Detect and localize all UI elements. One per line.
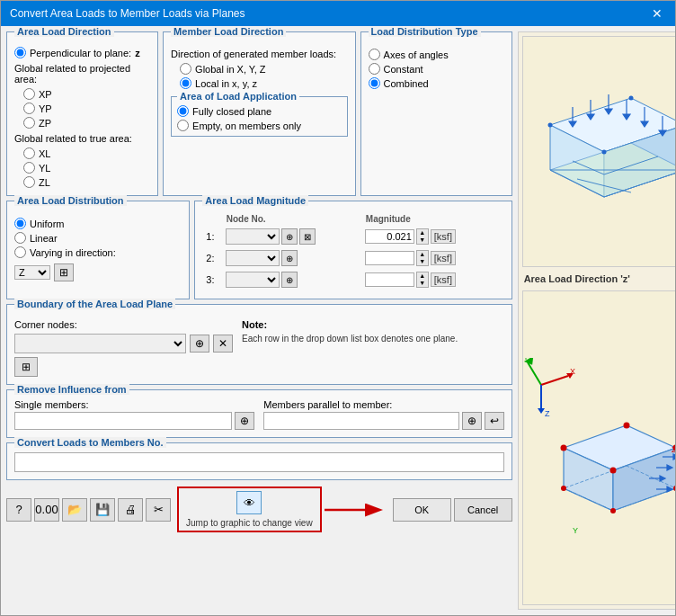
help-btn[interactable]: ? (6, 498, 31, 522)
corner-nodes-row: ⊕ ✕ (14, 334, 233, 353)
cut-btn[interactable]: ✂ (146, 498, 171, 522)
row2-spinner[interactable]: ▲▼ (416, 250, 429, 266)
arrow-area (325, 499, 387, 521)
row1-spinner[interactable]: ▲▼ (416, 228, 429, 245)
single-members-pick-btn[interactable]: ⊕ (235, 412, 254, 430)
area-application-box: Area of Load Application Fully closed pl… (171, 96, 347, 137)
parallel-members-row: ⊕ ↩ (263, 412, 503, 430)
radio-local-xyz[interactable] (180, 77, 191, 89)
corner-clear-btn[interactable]: ✕ (213, 335, 233, 353)
radio-fully-closed[interactable] (177, 105, 189, 117)
single-members-label: Single members: (14, 399, 254, 410)
radio-zp[interactable] (23, 117, 35, 129)
main-dialog: Convert Area Loads to Member Loads via P… (0, 0, 676, 616)
save-btn[interactable]: 💾 (90, 498, 115, 522)
area-application-options: Fully closed plane Empty, on members onl… (177, 105, 341, 131)
axis-config-button[interactable]: ⊞ (54, 263, 74, 281)
bottom-graphic-box: Y X Z (522, 290, 675, 605)
note-text: Each row in the drop down list box denot… (242, 334, 504, 344)
row2-id: 2: (204, 248, 221, 268)
radio-yp[interactable] (23, 103, 35, 114)
right-panel: Area Load Direction 'z' Y X (518, 31, 675, 610)
close-button[interactable]: ✕ (648, 6, 666, 21)
parallel-members-group: Members parallel to member: ⊕ ↩ (263, 399, 503, 430)
ok-button[interactable]: OK (393, 498, 451, 522)
member-load-direction-title: Member Load Direction (171, 26, 286, 37)
area-load-direction-title: Area Load Direction (14, 26, 114, 37)
radio-axes-angles[interactable] (369, 49, 380, 60)
radio-uniform[interactable] (14, 218, 26, 229)
radio-zl[interactable] (23, 176, 35, 188)
svg-marker-34 (538, 408, 545, 414)
radio-xp[interactable] (23, 88, 35, 100)
svg-text:Z: Z (545, 409, 550, 418)
row3-node-select[interactable] (226, 272, 280, 288)
jump-to-graphic-box: 👁 Jump to graphic to change view (177, 487, 322, 532)
arrow-icon (325, 499, 387, 521)
row3-pick-btn[interactable]: ⊕ (281, 272, 298, 288)
constant-label: Constant (384, 64, 423, 75)
parallel-undo-btn[interactable]: ↩ (485, 412, 504, 430)
radio-varying[interactable] (14, 246, 26, 258)
parallel-members-input[interactable] (263, 412, 458, 430)
single-members-input[interactable] (14, 412, 232, 430)
radio-combined[interactable] (369, 77, 380, 89)
radio-empty-members[interactable] (177, 120, 189, 131)
magnitude-row-1: 1: ⊕ ⊠ (204, 227, 502, 246)
row3-magnitude-input[interactable] (365, 272, 414, 287)
axis-dropdown[interactable]: Z X Y (14, 265, 50, 280)
area-load-direction-section: Area Load Direction Perpendicular to pla… (6, 31, 158, 196)
row1-pick-btn[interactable]: ⊕ (281, 228, 298, 245)
fully-closed-row: Fully closed plane (177, 105, 341, 117)
direction-options: Global in X, Y, Z Local in x, y, z (171, 63, 347, 89)
radio-z[interactable] (14, 47, 26, 58)
open-btn[interactable]: 📂 (62, 498, 87, 522)
row2-pick-btn[interactable]: ⊕ (281, 250, 298, 266)
row1-node-select[interactable] (226, 228, 280, 245)
svg-point-40 (560, 445, 566, 451)
constant-row: Constant (369, 63, 504, 75)
radio-global-xyz[interactable] (180, 63, 191, 75)
perpendicular-row: Perpendicular to plane: z (14, 47, 150, 58)
radio-xl[interactable] (23, 147, 35, 159)
axis-selector-row: Z X Y ⊞ (14, 263, 182, 281)
boundary-content: Corner nodes: ⊕ ✕ ⊞ Note: Each row in th… (14, 319, 504, 377)
row2-node-select[interactable] (226, 250, 280, 266)
true-options: XL YL ZL (14, 147, 150, 188)
row1-mag-cell: ▲▼ [ksf] (363, 227, 503, 246)
reset-btn[interactable]: 0.00 (34, 498, 59, 522)
boundary-section: Boundary of the Area Load Plane Corner n… (6, 304, 512, 385)
perpendicular-label: Perpendicular to plane: (30, 48, 131, 58)
global-xyz-row: Global in X, Y, Z (180, 63, 347, 75)
svg-point-46 (610, 508, 616, 513)
row2-magnitude-input[interactable] (365, 251, 414, 265)
radio-constant[interactable] (369, 63, 380, 75)
top-graphic-box (522, 36, 675, 267)
row3-node-cell: ⊕ (224, 270, 361, 290)
row1-clear-btn[interactable]: ⊠ (299, 228, 316, 245)
convert-input[interactable] (14, 452, 504, 472)
row1-magnitude-input[interactable] (365, 229, 414, 244)
axes-angles-row: Axes of angles (369, 49, 504, 60)
corner-pick-btn[interactable]: ⊕ (190, 335, 209, 353)
note-label: Note: (242, 319, 504, 330)
xp-label: XP (39, 89, 52, 100)
magnitude-row-3: 3: ⊕ ▲▼ (204, 270, 502, 290)
fully-closed-label: Fully closed plane (192, 106, 271, 117)
cancel-button[interactable]: Cancel (454, 498, 512, 522)
corner-extra-btn[interactable]: ⊞ (14, 357, 38, 377)
row3-mag-cell: ▲▼ [ksf] (363, 270, 503, 290)
print-btn[interactable]: 🖨 (118, 498, 143, 522)
jump-to-graphic-btn[interactable]: 👁 (236, 491, 262, 514)
parallel-pick-btn[interactable]: ⊕ (462, 412, 482, 430)
svg-text:X: X (570, 367, 575, 376)
row3-spinner[interactable]: ▲▼ (416, 272, 429, 288)
row3-unit: [ksf] (431, 272, 456, 287)
uniform-label: Uniform (30, 219, 65, 229)
svg-point-44 (561, 486, 566, 491)
radio-yl[interactable] (23, 162, 35, 174)
direction-group: Direction of generated member loads: Glo… (171, 49, 347, 89)
corner-nodes-select[interactable] (14, 334, 186, 353)
global-projected-label: Global related to projected area: (14, 63, 150, 85)
radio-linear[interactable] (14, 232, 26, 244)
